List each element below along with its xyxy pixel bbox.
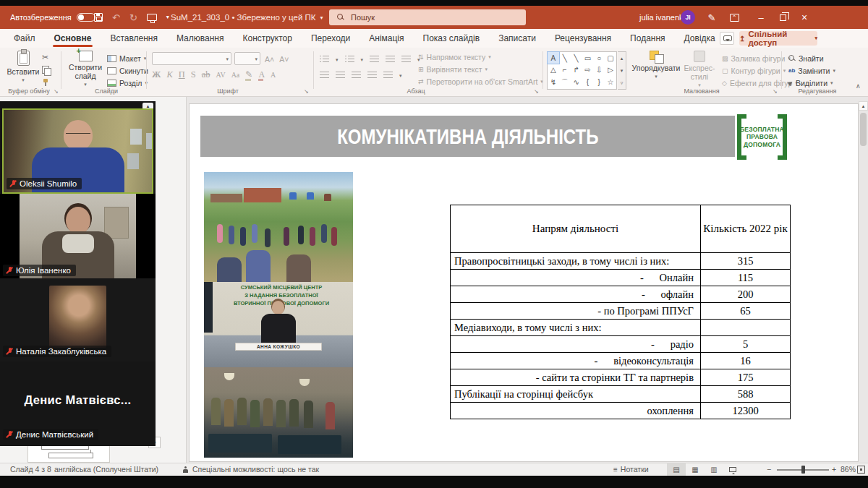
notes-toggle[interactable]: ≡ Нотатки — [613, 465, 649, 474]
shapes-scroll-down-icon[interactable]: ▾ — [621, 68, 624, 74]
search-box[interactable] — [329, 9, 526, 25]
tab-10[interactable]: Рецензування — [545, 29, 621, 48]
layout-button[interactable]: Макет▾ — [107, 52, 146, 64]
tab-7[interactable]: Анімація — [359, 29, 413, 48]
participant-tile-2[interactable]: Юлія Іваненко — [0, 194, 156, 278]
tab-5[interactable]: Конструктор — [233, 29, 301, 48]
format-painter-icon[interactable] — [42, 78, 49, 87]
find-button[interactable]: Знайти — [788, 52, 824, 64]
copy-icon[interactable] — [42, 66, 50, 74]
pen-input-toggle[interactable]: ✎ — [703, 6, 720, 29]
decrease-indent-button[interactable] — [370, 56, 379, 64]
justify-button[interactable] — [367, 72, 377, 80]
table-cell-value[interactable]: 315 — [701, 253, 791, 270]
replace-button[interactable]: ab Замінити▾ — [788, 64, 835, 77]
slide-photo-outdoor-event[interactable] — [204, 172, 353, 282]
shape-option[interactable]: A — [548, 52, 559, 64]
drawing-dialog-launcher[interactable]: ↘ — [773, 88, 778, 95]
shape-option[interactable]: { — [582, 75, 593, 89]
zoom-level[interactable]: 86% — [841, 465, 856, 474]
shape-outline-button[interactable]: ▢Контур фігури▾ — [722, 64, 786, 77]
bullets-button[interactable] — [320, 56, 329, 64]
shape-option[interactable]: ⌐ — [559, 64, 571, 75]
tab-3[interactable]: Вставлення — [101, 29, 167, 48]
table-cell-label[interactable]: - відеоконсультація — [451, 353, 701, 369]
canvas-scrollbar-thumb[interactable] — [860, 113, 867, 146]
shapes-more-icon[interactable]: ▿ — [621, 80, 624, 86]
increase-indent-button[interactable] — [386, 56, 395, 64]
video-call-panel[interactable]: ▲ Oleksii Shumilo Юлія Іваненко — [0, 101, 156, 446]
slide-number-indicator[interactable]: Слайд 4 з 8 — [10, 465, 51, 474]
tab-4[interactable]: Малювання — [167, 29, 233, 48]
start-presentation-icon[interactable] — [147, 14, 157, 21]
fit-slide-to-window-button[interactable] — [857, 466, 865, 474]
table-cell-value[interactable]: 16 — [701, 353, 791, 369]
save-icon[interactable] — [94, 13, 103, 22]
strikethrough-button[interactable]: ab — [202, 69, 210, 80]
table-header-count[interactable]: Кількість 2022 рік — [701, 205, 791, 253]
paragraph-dialog-launcher[interactable]: ↘ — [534, 88, 539, 95]
zoom-in-button[interactable]: + — [832, 465, 836, 474]
paste-button[interactable]: Вставити ▾ — [7, 51, 40, 83]
redo-icon[interactable]: ↻ — [129, 13, 137, 22]
language-indicator[interactable]: англійська (Сполучені Штати) — [54, 465, 158, 474]
clipboard-dialog-launcher[interactable]: ↘ — [54, 88, 59, 95]
accessibility-status[interactable]: Спеціальні можливості: щось не так — [182, 465, 319, 474]
align-center-button[interactable] — [336, 72, 345, 80]
italic-button[interactable]: К — [166, 69, 172, 80]
shape-option[interactable]: } — [593, 75, 605, 89]
text-direction-button[interactable]: ⇅Напрямок тексту▾ — [418, 51, 491, 63]
undo-icon[interactable]: ↶ — [112, 13, 120, 22]
change-case-button[interactable]: Aa — [231, 71, 240, 79]
font-name-select[interactable]: ▾ — [152, 52, 231, 65]
restore-button[interactable] — [773, 6, 793, 29]
shape-option[interactable]: ☆ — [605, 75, 616, 89]
quick-access-dropdown-icon[interactable]: ▾ — [166, 14, 169, 20]
table-header-activity[interactable]: Напрям діяльності — [451, 205, 701, 253]
slide-photo-indoor-meeting[interactable] — [204, 367, 353, 458]
tab-9[interactable]: Записати — [489, 29, 545, 48]
new-slide-button[interactable]: Створити слайд ▾ — [67, 51, 104, 87]
table-cell-label[interactable]: Правопросвітницькі заходи, в тому числі … — [451, 253, 701, 270]
table-cell-label[interactable]: Публікації на сторінці фейсбук — [451, 386, 701, 403]
underline-button[interactable]: П — [179, 69, 185, 80]
numbering-button[interactable] — [345, 56, 354, 64]
shape-option[interactable]: ╲ — [571, 52, 582, 64]
close-button[interactable]: × — [794, 6, 814, 29]
highlight-color-button[interactable]: ✎ — [245, 69, 252, 80]
shape-option[interactable]: ⌒ — [559, 75, 571, 89]
bold-button[interactable]: Ж — [152, 69, 161, 80]
shapes-gallery-scroll[interactable]: ▴ ▾ ▿ — [618, 51, 626, 90]
zoom-slider-thumb[interactable] — [801, 466, 805, 474]
shape-option[interactable]: ↱ — [571, 64, 582, 75]
minimize-button[interactable]: – — [751, 6, 771, 29]
table-cell-label[interactable]: - сайти та сторінки ТГ та партнерів — [451, 369, 701, 386]
cut-icon[interactable]: ✂ — [42, 53, 50, 62]
table-cell-label[interactable]: охоплення — [451, 403, 701, 419]
view-slide-sorter-button[interactable]: ▦ — [686, 463, 705, 476]
tab-6[interactable]: Переходи — [302, 29, 359, 48]
table-cell-value[interactable]: 65 — [701, 303, 791, 320]
slide-title-box[interactable]: КОМУНІКАТИВНА ДІЯЛЬНІСТЬ — [200, 116, 736, 157]
table-cell-label[interactable]: - офлайн — [451, 286, 701, 303]
view-slideshow-button[interactable] — [723, 463, 742, 476]
shape-fill-button[interactable]: ▨Заливка фігури▾ — [722, 52, 791, 64]
comments-button[interactable] — [720, 32, 734, 45]
character-spacing-button[interactable]: AV — [216, 71, 225, 79]
line-spacing-button[interactable] — [401, 56, 411, 64]
tab-1[interactable]: Файл — [4, 29, 45, 48]
shape-option[interactable]: ○ — [593, 52, 605, 64]
participant-tile-4[interactable]: Денис Матвієвс... Денис Матвієвський — [0, 361, 156, 446]
table-cell-value[interactable]: 200 — [701, 286, 791, 303]
shape-option[interactable]: ⇩ — [593, 64, 605, 75]
participant-tile-1[interactable]: Oleksii Shumilo — [2, 108, 153, 194]
shape-option[interactable]: ∿ — [571, 75, 582, 89]
table-cell-value[interactable]: 12300 — [701, 403, 791, 419]
align-right-button[interactable] — [352, 72, 361, 80]
tab-2[interactable]: Основне — [45, 29, 101, 48]
font-size-select[interactable]: ▾ — [234, 52, 260, 65]
zoom-out-button[interactable]: − — [767, 465, 771, 474]
tab-11[interactable]: Подання — [621, 29, 674, 48]
tab-12[interactable]: Довідка — [675, 29, 725, 48]
collapse-ribbon-icon[interactable]: ∧ — [856, 82, 861, 90]
